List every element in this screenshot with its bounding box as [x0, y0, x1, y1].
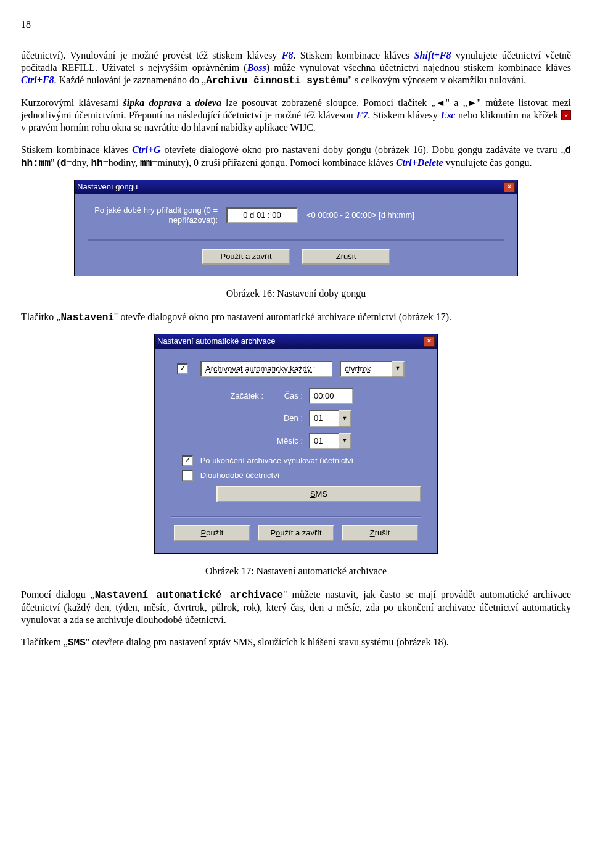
chevron-down-icon[interactable]: ▼: [392, 361, 405, 377]
key-arrow-right: šipka doprava: [123, 97, 182, 108]
gong-interval-hint: <0 00:00 - 2 00:00> [d hh:mm]: [306, 210, 414, 220]
key-esc: Esc: [440, 110, 455, 120]
text: Kurzorovými klávesami: [21, 97, 123, 108]
paragraph-2: Kurzorovými klávesami šipka doprava a do…: [21, 97, 571, 134]
text: Pomocí dialogu „: [21, 589, 95, 600]
text: . Stiskem kombinace kláves: [293, 50, 414, 60]
text: =hodiny,: [103, 157, 140, 168]
figure-17-caption: Obrázek 17: Nastavení automatické archiv…: [21, 565, 571, 577]
day-label: Den :: [272, 413, 309, 423]
text: Tlačítko „: [21, 312, 60, 322]
paragraph-5: Pomocí dialogu „Nastavení automatické ar…: [21, 589, 571, 626]
month-label: Měsíc :: [272, 436, 309, 446]
text: . Každé nulování je zaznamenáno do „: [54, 75, 207, 85]
key-shift-f8: Shift+F8: [414, 50, 451, 60]
dialog-title: Nastavení gongu: [77, 182, 138, 192]
text: " otevře dialogové okno pro nastavení au…: [114, 312, 451, 322]
text: " s celkovým výnosem v okamžiku nulování…: [348, 75, 527, 85]
close-button[interactable]: ×: [424, 336, 435, 347]
text: " otevřete dialog pro nastavení zpráv SM…: [86, 637, 449, 647]
text: Tlačítkem „: [21, 637, 68, 647]
text: . Stiskem klávesy: [368, 110, 440, 120]
time-input[interactable]: 00:00: [309, 388, 353, 404]
month-select[interactable]: 01: [309, 433, 339, 449]
btn-label: rušit: [341, 252, 356, 261]
btn-label: oužít a zavřít: [226, 252, 271, 261]
text: =dny,: [66, 157, 91, 168]
key-f7: F7: [356, 110, 368, 120]
key-ctrl-g: Ctrl+G: [132, 144, 160, 155]
role-boss: Boss: [247, 62, 266, 73]
dialog-title: Nastavení automatické archivace: [157, 336, 275, 346]
text: účetnictví). Vynulování je možné provést…: [21, 50, 282, 60]
chevron-down-icon[interactable]: ▼: [339, 410, 352, 426]
key-arrow-left: doleva: [195, 97, 221, 108]
paragraph-1: účetnictví). Vynulování je možné provést…: [21, 49, 571, 87]
settings-button-name: Nastavení: [60, 312, 113, 323]
auto-archive-label-field[interactable]: Archivovat automaticky každý :: [200, 361, 332, 377]
dialog-titlebar[interactable]: Nastavení gongu ×: [75, 180, 517, 194]
long-term-accounting-label: Dlouhodobé účetnictví: [200, 471, 280, 480]
apply-and-close-button[interactable]: Použít a zavřít: [258, 525, 334, 541]
sms-button[interactable]: SMS: [216, 486, 421, 502]
separator: [88, 239, 504, 241]
text: ) může vynulovat všechna účetnictví naje…: [266, 62, 571, 73]
separator: [171, 516, 421, 518]
chevron-down-icon[interactable]: ▼: [339, 433, 352, 449]
sms-button-name: SMS: [68, 637, 86, 648]
paragraph-3: Stiskem kombinace kláves Ctrl+G otevřete…: [21, 144, 571, 170]
text: =minuty), 0 zruší přiřazení gongu. Pomoc…: [152, 157, 396, 168]
text: " (: [51, 157, 60, 168]
gong-interval-label: Po jaké době hry přiřadit gong (0 = nepř…: [88, 205, 218, 226]
cancel-button[interactable]: Zrušit: [342, 525, 418, 541]
text: nebo kliknutím na křížek: [455, 110, 561, 120]
key-ctrl-f8: Ctrl+F8: [21, 75, 54, 85]
time-label: Čas :: [272, 391, 309, 401]
text: a: [182, 97, 195, 108]
apply-and-close-button[interactable]: Použít a zavřít: [202, 249, 290, 265]
dialog-auto-archive-settings: Nastavení automatické archivace × ✓ Arch…: [154, 334, 438, 555]
start-label: Začátek :: [171, 391, 272, 401]
apply-button[interactable]: Použít: [174, 525, 250, 541]
paragraph-6: Tlačítkem „SMS" otevřete dialog pro nast…: [21, 636, 571, 649]
text: Stiskem kombinace kláves: [21, 144, 132, 155]
reset-after-archive-checkbox[interactable]: ✓: [182, 455, 193, 466]
close-button[interactable]: ×: [504, 182, 515, 192]
page-number: 18: [21, 19, 571, 31]
dialog-titlebar[interactable]: Nastavení automatické archivace ×: [155, 334, 437, 349]
format-mm: mm: [140, 158, 152, 169]
reset-after-archive-label: Po ukončení archivace vynulovat účetnict…: [200, 456, 354, 465]
text: v pravém horním rohu okna se navrátíte d…: [21, 122, 316, 133]
cancel-button[interactable]: Zrušit: [302, 249, 390, 265]
long-term-accounting-checkbox[interactable]: [182, 470, 193, 481]
auto-archive-checkbox[interactable]: ✓: [177, 363, 188, 374]
dialog-name-auto-archive: Nastavení automatické archivace: [95, 590, 283, 601]
figure-16-caption: Obrázek 16: Nastavení doby gongu: [21, 287, 571, 300]
archive-name: Archivu činnosti systému: [206, 75, 348, 86]
text: otevřete dialogové okno pro nastavení do…: [161, 144, 565, 155]
paragraph-4: Tlačítko „Nastavení" otevře dialogové ok…: [21, 311, 571, 324]
day-select[interactable]: 01: [309, 410, 339, 426]
period-select[interactable]: čtvrtrok: [340, 361, 392, 377]
key-ctrl-delete: Ctrl+Delete: [396, 157, 443, 168]
close-icon: ×: [561, 110, 571, 120]
key-f8: F8: [282, 50, 294, 60]
gong-interval-input[interactable]: 0 d 01 : 00: [226, 207, 298, 223]
format-hh: hh: [91, 158, 102, 169]
dialog-gong-settings: Nastavení gongu × Po jaké době hry přiřa…: [74, 180, 518, 276]
text: vynulujete čas gongu.: [443, 157, 532, 168]
